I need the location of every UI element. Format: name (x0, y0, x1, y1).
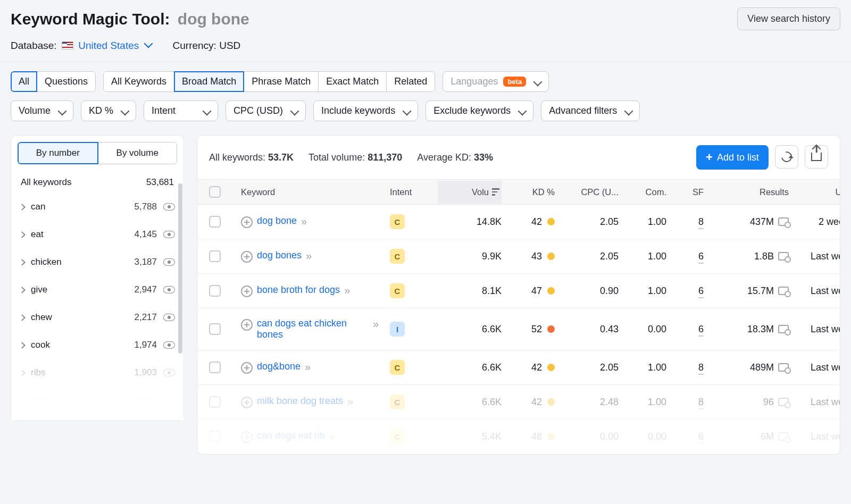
add-keyword-icon[interactable] (241, 397, 253, 408)
tab-related[interactable]: Related (386, 71, 435, 92)
row-checkbox[interactable] (209, 250, 221, 262)
keyword-link[interactable]: can dogs eat chicken bones (257, 318, 369, 340)
row-checkbox[interactable] (209, 396, 221, 408)
tab-broad-match[interactable]: Broad Match (174, 71, 244, 92)
keyword-link[interactable]: dog&bone (257, 361, 301, 372)
keyword-link[interactable]: can dogs eat rib (257, 430, 325, 441)
filter-volume[interactable]: Volume (11, 100, 73, 121)
database-selector[interactable]: Database: United States (11, 40, 152, 52)
col-kd[interactable]: KD % (502, 187, 555, 197)
row-checkbox[interactable] (209, 323, 221, 335)
add-keyword-icon[interactable] (241, 431, 253, 443)
add-keyword-icon[interactable] (241, 362, 253, 374)
eye-icon[interactable] (163, 397, 175, 404)
sort-by-number[interactable]: By number (18, 142, 98, 164)
serp-preview-icon[interactable] (778, 432, 789, 441)
volume-cell: 9.9K (438, 251, 502, 262)
sidebar-group-item[interactable]: chicken 3,187 (18, 248, 177, 276)
refresh-button[interactable] (775, 145, 798, 169)
col-results[interactable]: Results (704, 187, 789, 197)
keyword-cell[interactable]: dog bones » (241, 250, 390, 263)
sidebar-item-label: give (31, 284, 47, 295)
col-keyword[interactable]: Keyword (241, 187, 390, 197)
sidebar-group-item[interactable]: treat 1,763 (18, 387, 177, 414)
sidebar-group-item[interactable]: chew 2,217 (18, 304, 177, 331)
keyword-cell[interactable]: dog bone » (241, 215, 390, 228)
keyword-cell[interactable]: can dogs eat rib » (241, 430, 390, 443)
filter-intent[interactable]: Intent (144, 100, 218, 121)
eye-icon[interactable] (163, 231, 175, 238)
chevron-right-icon (19, 369, 26, 376)
serp-preview-icon[interactable] (778, 287, 789, 295)
serp-preview-icon[interactable] (778, 398, 789, 406)
chevron-down-icon (121, 106, 130, 115)
eye-icon[interactable] (163, 369, 175, 376)
sidebar-group-item[interactable]: can 5,788 (18, 193, 177, 221)
keyword-cell[interactable]: bone broth for dogs » (241, 284, 390, 297)
col-volume[interactable]: Volu (438, 181, 502, 204)
add-keyword-icon[interactable] (241, 285, 253, 297)
filter-exclude-keywords[interactable]: Exclude keywords (426, 100, 533, 121)
col-updated[interactable]: Updated (789, 187, 840, 197)
col-cpc[interactable]: CPC (U... (555, 187, 619, 197)
serp-preview-icon[interactable] (778, 325, 789, 333)
table-row: can dogs eat rib » C 5.4K 48 0.00 0.00 6… (197, 419, 840, 454)
sidebar-group-item[interactable]: ribs 1,903 (18, 359, 177, 387)
sidebar-item-label: eat (31, 229, 44, 240)
filter-kd[interactable]: KD % (81, 100, 136, 121)
row-checkbox[interactable] (209, 285, 221, 297)
export-button[interactable] (805, 145, 828, 169)
add-keyword-icon[interactable] (241, 319, 253, 331)
tab-questions[interactable]: Questions (37, 71, 96, 92)
filter-advanced[interactable]: Advanced filters (541, 100, 640, 121)
add-to-list-button[interactable]: +Add to list (696, 145, 769, 170)
tab-all-keywords[interactable]: All Keywords (103, 71, 174, 92)
keyword-cell[interactable]: dog&bone » (241, 361, 390, 374)
double-chevron-icon[interactable]: » (329, 430, 333, 442)
scrollbar-thumb[interactable] (178, 183, 182, 354)
sidebar-group-item[interactable]: give 2,947 (18, 276, 177, 304)
double-chevron-icon[interactable]: » (305, 361, 308, 373)
keyword-link[interactable]: milk bone dog treats (257, 396, 343, 407)
double-chevron-icon[interactable]: » (344, 284, 348, 297)
tab-exact-match[interactable]: Exact Match (318, 71, 387, 92)
sort-by-volume[interactable]: By volume (98, 142, 178, 164)
keyword-link[interactable]: dog bones (257, 250, 302, 261)
row-checkbox[interactable] (209, 216, 221, 228)
serp-preview-icon[interactable] (778, 252, 789, 261)
keyword-cell[interactable]: milk bone dog treats » (241, 396, 390, 408)
tab-phrase-match[interactable]: Phrase Match (244, 71, 319, 92)
eye-icon[interactable] (163, 203, 175, 211)
serp-preview-icon[interactable] (778, 363, 789, 372)
filter-include-keywords[interactable]: Include keywords (313, 100, 418, 121)
double-chevron-icon[interactable]: » (301, 215, 305, 228)
keyword-link[interactable]: dog bone (257, 215, 297, 226)
row-checkbox[interactable] (209, 431, 221, 442)
add-keyword-icon[interactable] (241, 216, 253, 228)
col-intent[interactable]: Intent (390, 187, 438, 197)
double-chevron-icon[interactable]: » (306, 250, 310, 262)
eye-icon[interactable] (163, 286, 175, 293)
serp-preview-icon[interactable] (778, 217, 789, 226)
cpc-cell: 2.05 (555, 362, 619, 373)
col-com[interactable]: Com. (619, 187, 666, 197)
sidebar-group-item[interactable]: eat 4,145 (18, 221, 177, 248)
tab-all[interactable]: All (11, 71, 37, 92)
filter-cpc[interactable]: CPC (USD) (226, 100, 306, 121)
col-sf[interactable]: SF (666, 187, 704, 197)
eye-icon[interactable] (163, 258, 175, 266)
sidebar-group-item[interactable]: cook 1,974 (18, 331, 177, 359)
sidebar-all-keywords[interactable]: All keywords 53,681 (18, 172, 177, 193)
select-all-checkbox[interactable] (209, 186, 221, 198)
keyword-cell[interactable]: can dogs eat chicken bones » (241, 318, 390, 340)
view-search-history-button[interactable]: View search history (737, 7, 840, 30)
row-checkbox[interactable] (209, 362, 221, 373)
com-cell: 1.00 (619, 397, 666, 408)
languages-dropdown[interactable]: Languages beta (443, 71, 549, 92)
eye-icon[interactable] (163, 341, 175, 349)
double-chevron-icon[interactable]: » (347, 396, 351, 408)
keyword-link[interactable]: bone broth for dogs (257, 284, 340, 296)
add-keyword-icon[interactable] (241, 251, 253, 263)
eye-icon[interactable] (163, 314, 175, 321)
double-chevron-icon[interactable]: » (373, 318, 377, 330)
